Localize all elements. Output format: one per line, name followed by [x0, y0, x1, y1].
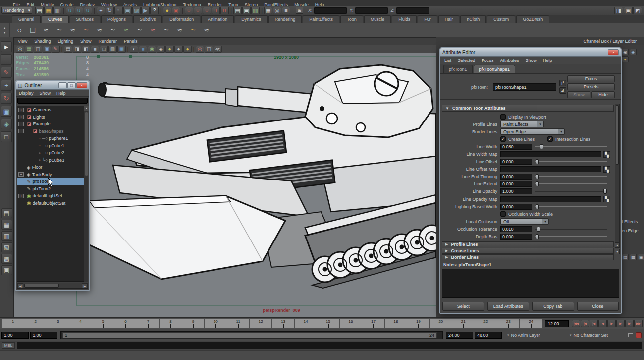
- status-icon[interactable]: |: [260, 7, 264, 14]
- slider[interactable]: [535, 174, 607, 180]
- shelf-tool-icon[interactable]: ≈: [147, 24, 160, 36]
- current-frame-field[interactable]: 12.00: [545, 320, 569, 327]
- expand-toggle-icon[interactable]: +: [18, 172, 24, 177]
- collapsed-section-header[interactable]: ▶ Border Lines: [442, 254, 614, 260]
- menu-item[interactable]: Help: [315, 2, 324, 6]
- slider-handle[interactable]: [540, 144, 543, 149]
- frame-cell[interactable]: 6: [114, 319, 136, 328]
- slider-handle[interactable]: [536, 181, 539, 186]
- expand-toggle-icon[interactable]: +: [18, 115, 24, 119]
- outliner-item[interactable]: ◈ Floor: [17, 164, 88, 171]
- viewport-toolbar-icon[interactable]: ◈: [157, 46, 165, 53]
- value-field[interactable]: 0.000: [500, 159, 532, 165]
- status-icon[interactable]: ∪: [75, 7, 83, 14]
- outliner-menu-item[interactable]: Help: [56, 91, 66, 96]
- attribute-editor-titlebar[interactable]: Attribute Editor ×: [440, 48, 621, 57]
- tool-icon[interactable]: ↻: [1, 93, 12, 104]
- scrollbar-thumb[interactable]: [616, 105, 619, 165]
- status-icon[interactable]: ▦: [44, 7, 53, 14]
- outliner-item[interactable]: ✎ pfxToon2: [17, 185, 88, 193]
- layout-button[interactable]: ▣: [1, 265, 12, 275]
- shelf-tool-icon[interactable]: ≈: [200, 24, 213, 36]
- map-field[interactable]: [500, 166, 601, 172]
- scrollbar-thumb[interactable]: [85, 112, 88, 176]
- frame-cell[interactable]: 1: [1, 319, 24, 328]
- shelf-tool-icon[interactable]: ~: [80, 24, 93, 36]
- chevron-down-icon[interactable]: ▾: [542, 219, 548, 224]
- scroll-up-icon[interactable]: ▲: [615, 242, 620, 248]
- slider[interactable]: [535, 181, 607, 187]
- outliner-item[interactable]: ▫ └○ pCube3: [17, 157, 88, 164]
- panel-menu-item[interactable]: Lighting: [57, 39, 73, 44]
- viewport-toolbar-icon[interactable]: ≪: [214, 46, 222, 53]
- viewport-toolbar-icon[interactable]: ▣: [117, 46, 126, 53]
- frame-cell[interactable]: 14: [294, 319, 317, 328]
- chevron-down-icon[interactable]: ▾: [537, 121, 543, 127]
- status-icon[interactable]: ?: [150, 7, 159, 14]
- shelf-tab[interactable]: General: [12, 15, 41, 23]
- status-icon[interactable]: |: [229, 7, 233, 14]
- range-track[interactable]: 1 24: [60, 331, 443, 339]
- shelf-tab[interactable]: Fluids: [392, 15, 417, 23]
- shelf-tool-icon[interactable]: ~: [133, 24, 146, 36]
- scroll-up-icon[interactable]: ▲: [84, 106, 89, 111]
- outliner-horizontal-scrollbar[interactable]: ◀ ▶: [17, 283, 88, 289]
- outliner-item[interactable]: ▫ ─○ pCube1: [17, 142, 88, 150]
- show-button[interactable]: Show: [567, 91, 590, 98]
- viewport-toolbar-icon[interactable]: ◫: [205, 46, 213, 53]
- playback-button[interactable]: ▶|: [616, 320, 625, 327]
- mel-toggle-button[interactable]: MEL: [2, 342, 15, 349]
- playback-button[interactable]: ◀: [598, 320, 607, 327]
- tool-icon[interactable]: ✎: [1, 67, 12, 78]
- outliner-menu-item[interactable]: Show: [40, 91, 51, 96]
- map-field[interactable]: [500, 196, 601, 202]
- frame-cell[interactable]: 8: [159, 319, 181, 328]
- viewport-toolbar-icon[interactable]: ●: [165, 46, 174, 53]
- menu-item[interactable]: Render: [208, 2, 222, 6]
- maximize-button[interactable]: □: [67, 82, 76, 88]
- menu-item[interactable]: Texturing: [183, 2, 201, 6]
- value-field[interactable]: 0.000: [500, 174, 532, 180]
- footer-button[interactable]: Close: [577, 302, 619, 311]
- shelf-tab[interactable]: Muscle: [364, 15, 391, 23]
- node-tab[interactable]: pfxToonShape1: [474, 65, 516, 73]
- status-icon[interactable]: ∪: [66, 7, 74, 14]
- frame-cell[interactable]: 22: [475, 319, 497, 328]
- hide-button[interactable]: Hide: [591, 91, 615, 98]
- menu-item[interactable]: Display: [80, 2, 95, 6]
- menu-item[interactable]: Lighting/Shading: [143, 2, 176, 6]
- menu-item[interactable]: PaintEffects: [264, 2, 288, 6]
- footer-button[interactable]: Load Attributes: [487, 302, 530, 311]
- shelf-tab[interactable]: Deformation: [163, 15, 200, 23]
- attribute-editor-menu-item[interactable]: Help: [543, 58, 552, 63]
- status-icon[interactable]: +: [97, 7, 105, 14]
- frame-cell[interactable]: 2: [24, 319, 46, 328]
- viewport-toolbar-icon[interactable]: ◐: [130, 46, 138, 53]
- frame-cell[interactable]: 24: [519, 319, 541, 328]
- status-icon[interactable]: ◎: [273, 7, 281, 14]
- menu-item[interactable]: Create: [60, 2, 74, 6]
- shelf-tool-icon[interactable]: ~: [53, 24, 66, 36]
- tool-icon[interactable]: □: [1, 131, 12, 142]
- frame-cell[interactable]: 16: [339, 319, 362, 328]
- texture-map-button[interactable]: ▚: [603, 151, 610, 158]
- character-set-dropdown[interactable]: ▾ No Character Set: [570, 333, 608, 338]
- shelf-tab[interactable]: Subdivs: [133, 15, 162, 23]
- menu-item[interactable]: Stereo: [245, 2, 258, 6]
- status-icon[interactable]: ▤: [35, 7, 44, 14]
- layout-button[interactable]: ▤: [1, 208, 12, 218]
- close-button[interactable]: ×: [76, 82, 87, 88]
- tool-icon[interactable]: ►: [1, 41, 12, 52]
- shelf-tab[interactable]: Polygons: [101, 15, 132, 23]
- playback-button[interactable]: |◀◀: [572, 320, 580, 327]
- viewport-toolbar-icon[interactable]: |: [192, 46, 195, 53]
- dropdown[interactable]: Paint Effects ▾: [500, 121, 544, 127]
- minimize-button[interactable]: –: [58, 82, 67, 88]
- frame-cell[interactable]: 19: [407, 319, 429, 328]
- viewport-toolbar-icon[interactable]: ■: [91, 46, 99, 53]
- attribute-editor-menu-item[interactable]: Focus: [482, 58, 494, 63]
- slider[interactable]: [535, 226, 607, 232]
- channel-box-icon[interactable]: ●: [622, 56, 629, 62]
- playback-start-field[interactable]: 1.00: [30, 332, 57, 339]
- slider[interactable]: [535, 188, 607, 194]
